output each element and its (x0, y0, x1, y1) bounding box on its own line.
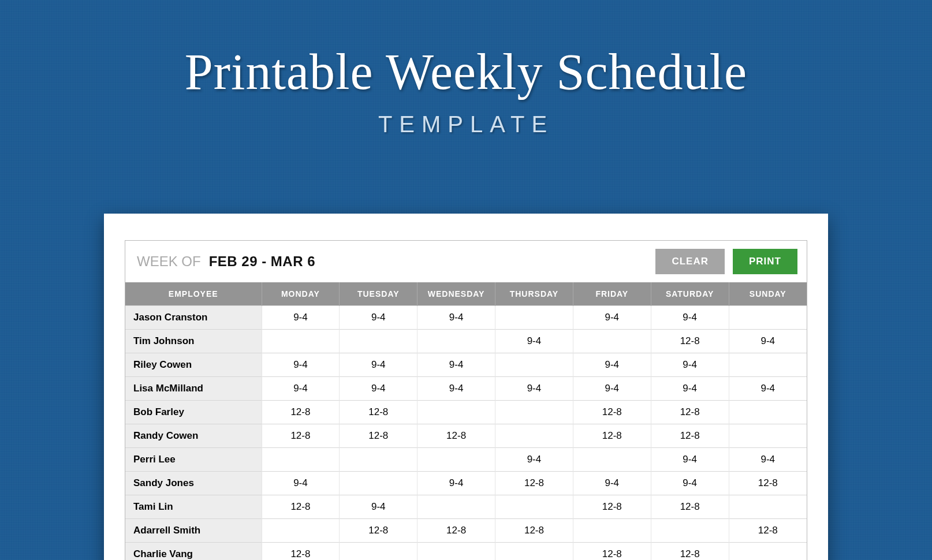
shift-cell (729, 543, 807, 561)
table-row: Charlie Vang12-812-812-8 (125, 543, 807, 561)
shift-cell: 12-8 (573, 401, 651, 424)
shift-cell (495, 306, 573, 330)
schedule-sheet: WEEK OF FEB 29 - MAR 6 CLEAR PRINT EMPLO… (104, 214, 828, 560)
employee-name-cell: Tami Lin (125, 495, 262, 519)
employee-name-cell: Perri Lee (125, 448, 262, 472)
employee-name-cell: Adarrell Smith (125, 519, 262, 543)
shift-cell: 12-8 (729, 472, 807, 495)
shift-cell: 12-8 (340, 424, 417, 448)
shift-cell (495, 353, 573, 377)
col-monday: MONDAY (262, 282, 340, 306)
shift-cell: 12-8 (651, 330, 729, 353)
shift-cell: 12-8 (573, 495, 651, 519)
shift-cell: 9-4 (417, 377, 495, 401)
shift-cell: 9-4 (495, 448, 573, 472)
table-row: Jason Cranston9-49-49-49-49-4 (125, 306, 807, 330)
shift-cell: 12-8 (262, 495, 340, 519)
table-row: Adarrell Smith12-812-812-812-8 (125, 519, 807, 543)
shift-cell (417, 448, 495, 472)
shift-cell: 9-4 (340, 353, 417, 377)
shift-cell: 9-4 (729, 377, 807, 401)
shift-cell (262, 330, 340, 353)
shift-cell: 9-4 (729, 330, 807, 353)
shift-cell (573, 448, 651, 472)
toolbar: WEEK OF FEB 29 - MAR 6 CLEAR PRINT (125, 241, 807, 282)
table-row: Sandy Jones9-49-412-89-49-412-8 (125, 472, 807, 495)
shift-cell: 9-4 (651, 377, 729, 401)
shift-cell (417, 495, 495, 519)
shift-cell: 9-4 (573, 377, 651, 401)
shift-cell: 9-4 (262, 306, 340, 330)
shift-cell: 12-8 (340, 401, 417, 424)
shift-cell: 9-4 (340, 377, 417, 401)
shift-cell: 12-8 (417, 519, 495, 543)
shift-cell (340, 543, 417, 561)
table-row: Riley Cowen9-49-49-49-49-4 (125, 353, 807, 377)
shift-cell (729, 353, 807, 377)
clear-button[interactable]: CLEAR (655, 249, 725, 274)
shift-cell: 12-8 (340, 519, 417, 543)
shift-cell (495, 495, 573, 519)
hero-header: Printable Weekly Schedule TEMPLATE (0, 0, 932, 137)
sheet-inner: WEEK OF FEB 29 - MAR 6 CLEAR PRINT EMPLO… (125, 240, 807, 560)
col-employee: EMPLOYEE (125, 282, 262, 306)
col-sunday: SUNDAY (729, 282, 807, 306)
table-row: Bob Farley12-812-812-812-8 (125, 401, 807, 424)
employee-name-cell: Bob Farley (125, 401, 262, 424)
table-row: Tami Lin12-89-412-812-8 (125, 495, 807, 519)
shift-cell: 12-8 (417, 424, 495, 448)
shift-cell (262, 519, 340, 543)
shift-cell (729, 306, 807, 330)
shift-cell: 9-4 (651, 353, 729, 377)
col-saturday: SATURDAY (651, 282, 729, 306)
shift-cell (417, 543, 495, 561)
col-thursday: THURSDAY (495, 282, 573, 306)
shift-cell: 12-8 (262, 543, 340, 561)
shift-cell: 9-4 (651, 306, 729, 330)
shift-cell: 12-8 (573, 424, 651, 448)
shift-cell (417, 401, 495, 424)
shift-cell: 9-4 (262, 377, 340, 401)
table-row: Lisa McMilland9-49-49-49-49-49-49-4 (125, 377, 807, 401)
shift-cell: 9-4 (573, 472, 651, 495)
shift-cell: 9-4 (651, 448, 729, 472)
shift-cell: 9-4 (651, 472, 729, 495)
shift-cell (729, 495, 807, 519)
table-row: Perri Lee9-49-49-4 (125, 448, 807, 472)
hero-title: Printable Weekly Schedule (0, 43, 932, 101)
employee-name-cell: Randy Cowen (125, 424, 262, 448)
shift-cell (340, 472, 417, 495)
employee-name-cell: Charlie Vang (125, 543, 262, 561)
shift-cell (729, 401, 807, 424)
shift-cell: 9-4 (417, 353, 495, 377)
week-range: FEB 29 - MAR 6 (209, 253, 648, 270)
shift-cell: 9-4 (729, 448, 807, 472)
shift-cell: 9-4 (495, 330, 573, 353)
employee-name-cell: Lisa McMilland (125, 377, 262, 401)
table-row: Randy Cowen12-812-812-812-812-8 (125, 424, 807, 448)
table-row: Tim Johnson9-412-89-4 (125, 330, 807, 353)
shift-cell (417, 330, 495, 353)
hero-subtitle: TEMPLATE (0, 111, 932, 137)
shift-cell: 12-8 (573, 543, 651, 561)
shift-cell: 9-4 (417, 472, 495, 495)
shift-cell: 12-8 (262, 401, 340, 424)
shift-cell (651, 519, 729, 543)
shift-cell (262, 448, 340, 472)
shift-cell: 9-4 (340, 495, 417, 519)
employee-name-cell: Sandy Jones (125, 472, 262, 495)
shift-cell (495, 543, 573, 561)
employee-name-cell: Riley Cowen (125, 353, 262, 377)
shift-cell: 12-8 (651, 401, 729, 424)
shift-cell (573, 330, 651, 353)
shift-cell (495, 401, 573, 424)
shift-cell: 9-4 (573, 353, 651, 377)
print-button[interactable]: PRINT (733, 249, 797, 274)
shift-cell: 9-4 (262, 472, 340, 495)
week-of-label: WEEK OF (137, 253, 201, 270)
shift-cell: 12-8 (729, 519, 807, 543)
shift-cell (340, 448, 417, 472)
shift-cell: 12-8 (495, 472, 573, 495)
col-wednesday: WEDNESDAY (417, 282, 495, 306)
shift-cell (495, 424, 573, 448)
